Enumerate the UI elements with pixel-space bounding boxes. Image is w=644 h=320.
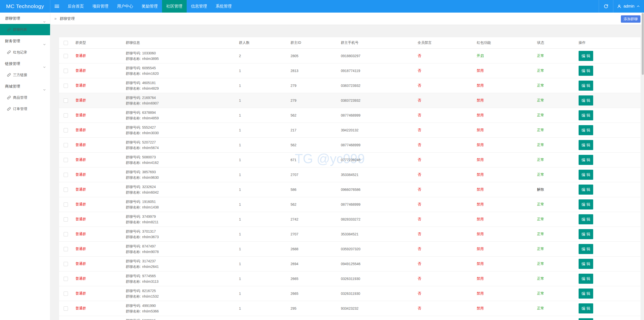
edit-button[interactable]: 编辑 [579,125,593,135]
nav-item-home[interactable]: 后台首页 [63,0,88,13]
col-header-mute-all: 全员禁言 [415,41,474,45]
group-type: 普通群 [75,202,86,206]
group-name-value: nhóm5366 [142,309,159,313]
group-name-label: 群聊名称: [126,279,141,283]
group-name-value: nhóm8211 [142,220,158,224]
row-checkbox[interactable] [64,143,68,147]
row-checkbox[interactable] [64,292,68,296]
group-no-label: 群聊号码: [126,229,141,233]
row-checkbox[interactable] [64,262,68,266]
edit-button[interactable]: 编辑 [579,244,593,254]
row-checkbox[interactable] [64,188,68,192]
scrollbar-thumb[interactable] [642,13,644,75]
mute-all-status: 否 [418,54,421,58]
group-name-value: nhóm3673 [142,235,159,239]
owner-phone: 0949125546 [338,262,415,266]
edit-button[interactable]: 编辑 [579,318,593,320]
nav-item-projects[interactable]: 项目管理 [88,0,113,13]
edit-button[interactable]: 编辑 [579,66,593,76]
row-checkbox[interactable] [64,306,68,311]
row-checkbox[interactable] [64,128,68,132]
page-title: 群聊管理 [60,16,75,21]
group-status: 正常 [537,202,544,206]
sidebar-item-label: 三方链接 [13,73,27,77]
edit-button[interactable]: 编辑 [579,185,593,195]
mute-all-status: 否 [418,291,421,295]
edit-button[interactable]: 编辑 [579,51,593,61]
edit-button[interactable]: 编辑 [579,259,593,269]
edit-button[interactable]: 编辑 [579,140,593,150]
table-row: 普通群 群聊号码:6095545 群聊名称:nhóm1620 1 2813 09… [59,63,640,78]
sidebar-section-finance-mgmt[interactable]: 财务管理 [0,35,50,47]
refresh-button[interactable] [599,0,613,13]
row-checkbox[interactable] [64,277,68,281]
edit-button[interactable]: 编辑 [579,289,593,299]
owner-id: 2707 [288,232,338,236]
edit-button[interactable]: 编辑 [579,274,593,284]
group-type: 普通群 [75,232,86,236]
row-checkbox[interactable] [64,217,68,222]
table-row: 普通群 群聊号码:4991990 群聊名称:nhóm5366 1 295 933… [59,301,640,316]
owner-id: 217 [288,128,338,132]
group-status: 正常 [537,128,544,132]
chevron-down-icon [43,16,46,28]
edit-button[interactable]: 编辑 [579,81,593,91]
row-checkbox[interactable] [64,202,68,207]
chevron-down-icon [43,62,46,73]
hamburger-icon [55,5,59,8]
menu-toggle-button[interactable] [50,0,63,13]
row-checkbox[interactable] [64,98,68,103]
row-checkbox[interactable] [64,84,68,88]
admin-menu[interactable]: admin [613,0,644,13]
nav-item-rewards[interactable]: 奖励管理 [137,0,162,13]
group-name-label: 群聊名称: [126,57,141,61]
mute-all-status: 否 [418,83,421,87]
owner-id: 2694 [288,262,338,266]
edit-button[interactable]: 编辑 [579,170,593,180]
group-no-value: 5207227 [142,140,156,144]
sidebar-section-mall-mgmt[interactable]: 商城管理 [0,81,50,92]
table-row: 普通群 群聊号码:8747497 群聊名称:nhóm9078 1 2688 03… [59,242,640,257]
row-checkbox[interactable] [64,69,68,73]
sidebar-section-label: 商城管理 [5,84,20,88]
sidebar-item-order-mgmt[interactable]: 订单管理 [0,103,50,115]
edit-button[interactable]: 编辑 [579,303,593,313]
link-icon [7,96,11,99]
row-checkbox[interactable] [64,247,68,251]
sidebar-section-group-mgmt[interactable]: 群聊管理 [0,13,50,24]
group-name-label: 群聊名称: [126,309,141,313]
group-no-label: 群聊号码: [126,215,141,219]
red-packet-status: 禁用 [477,113,484,117]
row-checkbox[interactable] [64,54,68,58]
add-group-button[interactable]: 添加群聊 [621,15,640,23]
table-row: 普通群 群聊号码:1916051 群聊名称:nhóm1438 1 562 087… [59,197,640,212]
owner-id: 671 [288,158,338,162]
member-count: 1 [236,69,288,73]
edit-button[interactable]: 编辑 [579,199,593,209]
nav-item-messages[interactable]: 信息管理 [187,0,211,13]
nav-item-users[interactable]: 用户中心 [113,0,137,13]
row-checkbox[interactable] [64,173,68,177]
edit-button[interactable]: 编辑 [579,110,593,120]
group-no-value: 3701317 [142,229,156,233]
vertical-scrollbar[interactable] [641,13,644,320]
select-all-checkbox[interactable] [64,41,68,45]
nav-item-system[interactable]: 系统管理 [211,0,236,13]
row-checkbox[interactable] [64,232,68,236]
owner-phone: 933423232 [338,306,415,310]
edit-button[interactable]: 编辑 [579,229,593,239]
sidebar-section-link-mgmt[interactable]: 链接管理 [0,58,50,69]
sidebar-item-label: 商品管理 [13,95,27,100]
edit-button[interactable]: 编辑 [579,95,593,105]
row-checkbox[interactable] [64,158,68,162]
red-packet-status: 禁用 [477,68,484,73]
row-checkbox[interactable] [64,113,68,118]
owner-phone: 0877468999 [338,143,415,147]
edit-button[interactable]: 编辑 [579,155,593,165]
red-packet-status: 禁用 [477,98,484,102]
nav-item-community[interactable]: 社区管理 [162,0,187,13]
group-type: 普通群 [75,247,86,251]
member-count: 2 [236,54,288,58]
owner-phone: 353384521 [338,232,415,236]
edit-button[interactable]: 编辑 [579,214,593,224]
